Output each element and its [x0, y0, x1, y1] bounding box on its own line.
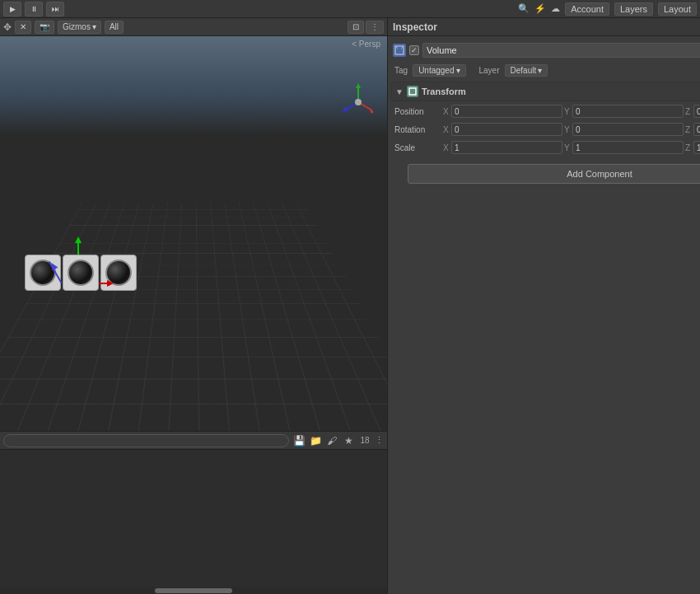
- pause-button[interactable]: ⏸: [25, 2, 43, 16]
- inspector-panel: Inspector 🔒 ⋮ Volume Static: [387, 18, 700, 594]
- svg-marker-1: [356, 83, 361, 88]
- object-active-checkbox[interactable]: [409, 45, 419, 55]
- scene-move-icon[interactable]: ✥: [3, 21, 12, 33]
- rotation-y-axis: Y: [564, 125, 572, 134]
- rotation-z-field: Z: [685, 123, 700, 136]
- position-z-field: Z: [685, 105, 700, 118]
- tag-label: Tag: [394, 66, 408, 75]
- rotation-x-field: X: [443, 123, 562, 136]
- object-header: Volume Static ▾: [391, 40, 700, 61]
- scene-toolbar: ✥ ✕ 📷 Gizmos ▾ All ⊡ ⋮: [0, 18, 387, 36]
- tag-value: Untagged: [418, 66, 454, 75]
- console-icons: 💾 📁 🖌 ★ 18: [292, 434, 371, 447]
- rotation-x-input[interactable]: [451, 123, 562, 136]
- scale-label: Scale: [394, 143, 440, 152]
- save-icon[interactable]: 💾: [292, 434, 306, 447]
- rotation-label: Rotation: [394, 125, 440, 134]
- top-bar-right: 🔍 ⚡ ☁ Account Layers Layout: [518, 2, 697, 16]
- layer-label: Layer: [479, 66, 500, 75]
- scale-y-field: Y: [564, 141, 684, 154]
- folder-icon[interactable]: 📁: [309, 434, 322, 447]
- bolt-icon: ⚡: [534, 3, 546, 14]
- layout-dropdown[interactable]: Layout: [658, 2, 697, 16]
- scale-row: Scale X Y Z: [391, 139, 700, 156]
- gizmos-chevron-icon: ▾: [92, 22, 96, 31]
- scale-fields: X Y Z: [443, 141, 700, 154]
- position-row: Position X Y Z: [391, 103, 700, 119]
- gizmo-x-arrow: [107, 280, 114, 287]
- console-more-icon[interactable]: ⋮: [375, 435, 384, 445]
- tag-dropdown[interactable]: Untagged ▾: [413, 64, 465, 77]
- position-z-input[interactable]: [693, 105, 700, 118]
- console-panel: 💾 📁 🖌 ★ 18 ⋮: [0, 431, 387, 587]
- camera-obj-right: [100, 255, 137, 291]
- position-y-field: Y: [564, 105, 684, 118]
- svg-marker-3: [369, 108, 374, 114]
- scrollbar-thumb: [155, 588, 232, 593]
- scale-x-field: X: [443, 141, 562, 154]
- position-x-field: X: [443, 105, 562, 118]
- scale-x-axis: X: [443, 143, 451, 152]
- scene-sky: [0, 36, 387, 135]
- object-name-input[interactable]: Volume: [422, 43, 700, 58]
- transform-collapse-arrow: ▼: [395, 87, 404, 96]
- scale-z-field: Z: [685, 141, 700, 154]
- svg-rect-10: [409, 88, 416, 95]
- transform-section-header[interactable]: ▼ Transform ? ⚙ ⋮: [391, 82, 700, 101]
- gizmos-dropdown[interactable]: Gizmos ▾: [58, 21, 101, 34]
- top-bar: ▶ ⏸ ⏭ 🔍 ⚡ ☁ Account Layers Layout: [0, 0, 700, 18]
- position-y-axis: Y: [564, 107, 572, 116]
- transform-icon: [407, 86, 418, 97]
- brush-icon[interactable]: 🖌: [325, 434, 338, 447]
- scale-y-input[interactable]: [572, 141, 684, 154]
- position-y-input[interactable]: [572, 105, 684, 118]
- tag-chevron-icon: ▾: [456, 66, 460, 75]
- play-button[interactable]: ▶: [3, 2, 21, 16]
- step-button[interactable]: ⏭: [46, 2, 64, 16]
- gizmo-y-arrow: [75, 236, 82, 243]
- inspector-topbar: Inspector 🔒 ⋮: [388, 18, 700, 36]
- playback-controls: ▶ ⏸ ⏭: [3, 2, 64, 16]
- add-component-button[interactable]: Add Component: [408, 164, 700, 184]
- layer-chevron-icon: ▾: [538, 66, 542, 75]
- position-label: Position: [394, 107, 440, 116]
- rotation-y-field: Y: [564, 123, 684, 136]
- layers-dropdown[interactable]: Layers: [614, 2, 653, 16]
- scene-view[interactable]: < Persp: [0, 36, 387, 431]
- search-icon[interactable]: 🔍: [518, 3, 530, 14]
- position-fields: X Y Z: [443, 105, 700, 118]
- transform-title: Transform: [422, 87, 466, 96]
- camera-obj-center: [63, 255, 99, 291]
- scene-object: [25, 255, 137, 291]
- rotation-y-input[interactable]: [572, 123, 684, 136]
- rotation-x-axis: X: [443, 125, 451, 134]
- rotation-row: Rotation X Y Z: [391, 121, 700, 138]
- inspector-body: Volume Static ▾ Tag Untagged ▾ Layer Def…: [388, 36, 700, 194]
- layer-value: Default: [511, 66, 537, 75]
- layer-dropdown[interactable]: Default ▾: [505, 64, 548, 77]
- scene-close-btn[interactable]: ✕: [15, 21, 31, 34]
- scale-z-input[interactable]: [693, 141, 700, 154]
- star-icon[interactable]: ★: [342, 434, 355, 447]
- console-count: 18: [358, 434, 371, 447]
- account-dropdown[interactable]: Account: [565, 2, 609, 16]
- rotation-z-input[interactable]: [693, 123, 700, 136]
- bottom-scrollbar[interactable]: [0, 587, 387, 594]
- position-x-input[interactable]: [451, 105, 562, 118]
- tag-layer-row: Tag Untagged ▾ Layer Default ▾: [391, 63, 700, 78]
- maximize-btn[interactable]: ⊡: [348, 21, 364, 34]
- all-dropdown[interactable]: All: [105, 21, 124, 34]
- inspector-title: Inspector: [393, 21, 437, 33]
- scale-y-axis: Y: [564, 143, 572, 152]
- main-content: ✥ ✕ 📷 Gizmos ▾ All ⊡ ⋮ < Persp: [0, 18, 700, 594]
- scale-x-input[interactable]: [451, 141, 562, 154]
- object-icon: [393, 44, 406, 57]
- all-label: All: [110, 22, 119, 31]
- scene-camera-btn[interactable]: 📷: [35, 21, 54, 34]
- svg-point-6: [355, 99, 362, 105]
- rotation-z-axis: Z: [685, 125, 693, 134]
- gizmos-label: Gizmos: [63, 22, 91, 31]
- rotation-fields: X Y Z: [443, 123, 700, 136]
- more-btn[interactable]: ⋮: [366, 21, 384, 34]
- console-search-input[interactable]: [3, 434, 289, 447]
